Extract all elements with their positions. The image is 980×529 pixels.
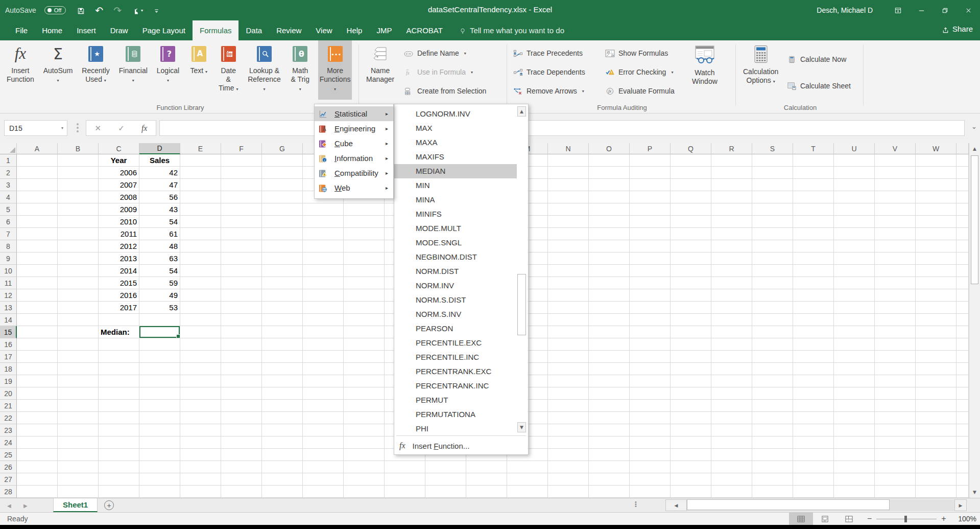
cell-R15[interactable] (711, 326, 752, 338)
cell-W13[interactable] (916, 302, 957, 314)
cell-Q28[interactable] (671, 486, 711, 498)
cell-C6[interactable]: 2010 (99, 216, 139, 228)
cell-F4[interactable] (221, 191, 262, 203)
use-in-formula-button[interactable]: fxUse in Formula▾ (403, 66, 486, 78)
cell-A24[interactable] (17, 436, 58, 449)
cell-S6[interactable] (752, 216, 793, 228)
close-button[interactable] (957, 0, 980, 20)
cell-A17[interactable] (17, 351, 58, 363)
cell-O20[interactable] (589, 387, 630, 400)
cell-B26[interactable] (58, 461, 99, 473)
function-item-mina[interactable]: MINA (394, 193, 517, 207)
column-header-Q[interactable]: Q (671, 143, 711, 154)
column-header-S[interactable]: S (752, 143, 793, 154)
column-header-E[interactable]: E (180, 143, 221, 154)
cell-A20[interactable] (17, 387, 58, 400)
cell-D15[interactable] (139, 326, 180, 338)
cell-A14[interactable] (17, 314, 58, 326)
cell-H26[interactable] (303, 461, 344, 473)
cell-V21[interactable] (875, 400, 916, 412)
cell-B4[interactable] (58, 191, 99, 203)
cell-W17[interactable] (916, 351, 957, 363)
cell-R2[interactable] (711, 167, 752, 179)
cell-E24[interactable] (180, 436, 221, 449)
cell-R1[interactable] (711, 154, 752, 167)
cell-F12[interactable] (221, 289, 262, 302)
cell-B5[interactable] (58, 203, 99, 216)
cell-O25[interactable] (589, 449, 630, 461)
cell-D1[interactable]: Sales (139, 154, 180, 167)
cell-D21[interactable] (139, 400, 180, 412)
cell-A21[interactable] (17, 400, 58, 412)
cell-H6[interactable] (303, 216, 344, 228)
row-header-21[interactable]: 21 (0, 400, 17, 412)
zoom-level[interactable]: 100% (953, 513, 976, 525)
cell-J26[interactable] (385, 461, 425, 473)
cell-A15[interactable] (17, 326, 58, 338)
cell-I19[interactable] (344, 375, 385, 387)
cell-P26[interactable] (630, 461, 671, 473)
name-box-dropdown-icon[interactable]: ▾ (61, 126, 63, 130)
minimize-button[interactable] (910, 0, 933, 20)
ribbon-tab-help[interactable]: Help (340, 20, 370, 40)
cell-S3[interactable] (752, 179, 793, 191)
cell-P17[interactable] (630, 351, 671, 363)
date-time-button[interactable]: Date & Time ▾ (217, 40, 240, 100)
calculate-sheet-button[interactable]: Calculate Sheet (786, 80, 851, 92)
cell-D7[interactable]: 61 (139, 228, 180, 240)
cell-P25[interactable] (630, 449, 671, 461)
row-header-13[interactable]: 13 (0, 302, 17, 314)
cell-A25[interactable] (17, 449, 58, 461)
cell-B6[interactable] (58, 216, 99, 228)
name-manager-button[interactable]: Name Manager (365, 40, 396, 100)
cell-H14[interactable] (303, 314, 344, 326)
cell-D8[interactable]: 48 (139, 240, 180, 252)
cell-P15[interactable] (630, 326, 671, 338)
cell-N18[interactable] (548, 363, 589, 375)
cell-O23[interactable] (589, 424, 630, 436)
cell-N27[interactable] (548, 473, 589, 486)
cell-E16[interactable] (180, 338, 221, 351)
cell-A19[interactable] (17, 375, 58, 387)
cell-V13[interactable] (875, 302, 916, 314)
cell-E11[interactable] (180, 277, 221, 289)
cell-T12[interactable] (793, 289, 834, 302)
function-item-min[interactable]: MIN (394, 178, 517, 193)
cell-H20[interactable] (303, 387, 344, 400)
cell-F10[interactable] (221, 265, 262, 277)
cell-Q3[interactable] (671, 179, 711, 191)
function-item-minifs[interactable]: MINIFS (394, 207, 517, 221)
cell-F5[interactable] (221, 203, 262, 216)
menu-item-statistical[interactable]: Statistical▸ (315, 106, 393, 121)
column-header-U[interactable]: U (834, 143, 875, 154)
cell-U17[interactable] (834, 351, 875, 363)
cell-P24[interactable] (630, 436, 671, 449)
cell-O27[interactable] (589, 473, 630, 486)
cell-N10[interactable] (548, 265, 589, 277)
ribbon-tab-formulas[interactable]: Formulas (193, 20, 239, 40)
row-header-28[interactable]: 28 (0, 486, 17, 498)
row-header-16[interactable]: 16 (0, 338, 17, 351)
function-item-norm-s-dist[interactable]: NORM.S.DIST (394, 293, 517, 307)
scroll-left-icon[interactable]: ◀ (665, 499, 687, 511)
cell-G26[interactable] (262, 461, 303, 473)
cell-C27[interactable] (99, 473, 139, 486)
ribbon-tab-acrobat[interactable]: ACROBAT (399, 20, 449, 40)
cell-E18[interactable] (180, 363, 221, 375)
cell-V1[interactable] (875, 154, 916, 167)
cell-I25[interactable] (344, 449, 385, 461)
cell-C3[interactable]: 2007 (99, 179, 139, 191)
cell-W7[interactable] (916, 228, 957, 240)
cell-N4[interactable] (548, 191, 589, 203)
column-header-O[interactable]: O (589, 143, 630, 154)
cell-F21[interactable] (221, 400, 262, 412)
cell-V10[interactable] (875, 265, 916, 277)
cell-U9[interactable] (834, 252, 875, 265)
cell-D23[interactable] (139, 424, 180, 436)
cell-T14[interactable] (793, 314, 834, 326)
function-item-mode-mult[interactable]: MODE.MULT (394, 221, 517, 236)
cell-H15[interactable] (303, 326, 344, 338)
cell-N26[interactable] (548, 461, 589, 473)
cell-V14[interactable] (875, 314, 916, 326)
cell-P10[interactable] (630, 265, 671, 277)
